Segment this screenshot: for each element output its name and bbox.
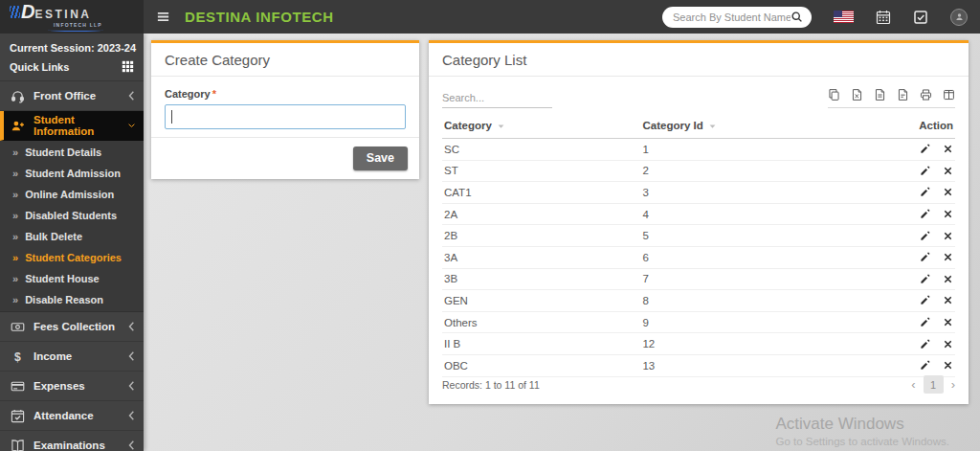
column-header-action: Action (894, 120, 953, 131)
pencil-icon[interactable] (920, 166, 930, 176)
sidebar-item-expenses[interactable]: Expenses (0, 372, 144, 401)
pencil-icon[interactable] (920, 144, 930, 154)
create-category-card: Create Category Category* Save (151, 40, 419, 179)
pencil-icon[interactable] (920, 317, 930, 327)
submenu-item-bulk-delete[interactable]: »Bulk Delete (0, 226, 144, 247)
student-search-input[interactable] (673, 11, 791, 23)
export-toolbar (828, 88, 955, 108)
pencil-icon[interactable] (920, 209, 930, 219)
double-angle-icon: » (12, 253, 18, 263)
submenu-item-label: Disabled Students (25, 210, 117, 221)
save-button[interactable]: Save (353, 147, 408, 170)
columns-icon[interactable] (943, 88, 955, 101)
cell-category-id: 1 (642, 144, 894, 155)
quick-links-label: Quick Links (10, 61, 69, 73)
calendar-icon[interactable] (876, 10, 891, 25)
cell-category: Others (444, 317, 642, 328)
pdf-file-icon[interactable] (897, 88, 909, 101)
pencil-icon[interactable] (920, 187, 930, 197)
logo-swoosh-icon (10, 6, 20, 18)
cell-category: CAT1 (444, 187, 642, 198)
excel-file-icon[interactable] (851, 88, 863, 101)
cell-category: 3B (444, 273, 642, 284)
cell-category-id: 5 (642, 230, 894, 241)
svg-text:$: $ (14, 350, 21, 363)
pencil-icon[interactable] (920, 295, 930, 305)
print-icon[interactable] (920, 88, 932, 101)
submenu-item-student-categories[interactable]: »Student Categories (0, 247, 144, 268)
category-field-label: Category (165, 88, 211, 100)
page-number-button[interactable]: 1 (924, 375, 944, 394)
pencil-icon[interactable] (920, 339, 930, 350)
chevron-left-icon (128, 411, 135, 420)
sidebar-item-examinations[interactable]: Examinations (0, 431, 144, 451)
pencil-icon[interactable] (920, 274, 930, 284)
us-flag-icon[interactable] (834, 11, 854, 23)
search-icon[interactable] (791, 11, 803, 23)
prev-page-button[interactable]: ‹ (911, 378, 915, 391)
logo-main-text: ESTINA (34, 9, 91, 20)
sidebar-item-front-office[interactable]: Front Office (0, 81, 144, 111)
hamburger-menu-icon[interactable] (156, 10, 170, 24)
table-row: CAT13 (442, 182, 955, 204)
delete-x-icon[interactable] (943, 274, 953, 284)
category-list-card: Category List Category Category Id Actio… (429, 40, 969, 404)
create-category-title: Create Category (151, 43, 419, 77)
sidebar-item-income[interactable]: $Income (0, 342, 144, 372)
table-row: 2A4 (442, 204, 955, 226)
delete-x-icon[interactable] (943, 317, 953, 327)
double-angle-icon: » (12, 190, 18, 200)
copy-icon[interactable] (828, 88, 840, 101)
category-input[interactable] (165, 104, 406, 129)
table-row: 2B5 (442, 225, 955, 247)
delete-x-icon[interactable] (943, 144, 953, 154)
submenu-item-student-house[interactable]: »Student House (0, 268, 144, 289)
pagination: ‹ 1 › (911, 375, 955, 394)
double-angle-icon: » (12, 295, 18, 305)
table-row: 3B7 (442, 269, 955, 291)
column-header-category-id[interactable]: Category Id (642, 120, 894, 131)
delete-x-icon[interactable] (943, 231, 953, 241)
delete-x-icon[interactable] (943, 252, 953, 262)
delete-x-icon[interactable] (943, 187, 953, 197)
cell-category: GEN (444, 295, 642, 306)
table-search-input[interactable] (442, 90, 552, 108)
quick-links-grid-icon[interactable] (122, 60, 134, 73)
sidebar-item-fees-collection[interactable]: Fees Collection (0, 312, 144, 342)
person-icon (954, 11, 965, 22)
column-header-category[interactable]: Category (444, 120, 642, 131)
headset-icon (11, 89, 25, 103)
row-actions (894, 295, 953, 305)
brand-logo[interactable]: D ESTINA INFOTECH LLP (0, 0, 144, 34)
csv-file-icon[interactable] (874, 88, 886, 101)
submenu-item-online-admission[interactable]: »Online Admission (0, 184, 144, 205)
table-row: 3A6 (442, 247, 955, 269)
pencil-icon[interactable] (920, 231, 930, 241)
table-row: GEN8 (442, 290, 955, 312)
chevron-left-icon (128, 381, 135, 391)
chevron-left-icon (128, 440, 135, 450)
delete-x-icon[interactable] (943, 166, 953, 176)
top-header: D ESTINA INFOTECH LLP DESTINA INFOTECH (0, 0, 980, 34)
user-avatar[interactable] (950, 9, 968, 26)
submenu-item-label: Disable Reason (25, 294, 103, 305)
submenu-item-disable-reason[interactable]: »Disable Reason (0, 289, 144, 310)
submenu-student-information: »Student Details»Student Admission»Onlin… (0, 141, 144, 312)
submenu-item-label: Student House (25, 273, 100, 284)
tasks-icon[interactable] (913, 10, 928, 25)
submenu-item-disabled-students[interactable]: »Disabled Students (0, 205, 144, 226)
delete-x-icon[interactable] (943, 295, 953, 305)
sidebar-item-label: Examinations (33, 440, 105, 451)
delete-x-icon[interactable] (943, 209, 953, 219)
records-summary: Records: 1 to 11 of 11 (442, 379, 540, 391)
submenu-item-student-admission[interactable]: »Student Admission (0, 163, 144, 184)
sidebar-item-attendance[interactable]: Attendance (0, 401, 144, 431)
next-page-button[interactable]: › (951, 378, 955, 391)
cell-category: 3A (444, 252, 642, 263)
delete-x-icon[interactable] (943, 339, 953, 350)
pencil-icon[interactable] (920, 252, 930, 262)
chevron-down-icon (128, 121, 135, 130)
submenu-item-student-details[interactable]: »Student Details (0, 142, 144, 163)
sidebar-item-student-information[interactable]: Student Information (0, 111, 144, 141)
text-cursor (171, 110, 172, 124)
